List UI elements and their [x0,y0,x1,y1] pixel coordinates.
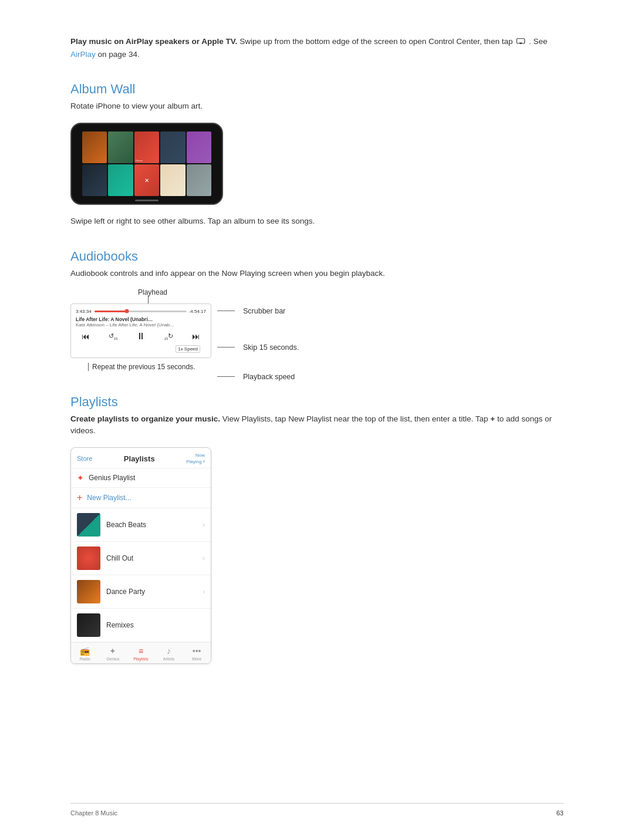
album-cell-7[interactable] [108,164,133,196]
playhead-label: Playhead [138,288,167,296]
album-cell-8[interactable] [134,164,159,196]
radio-icon: 📻 [80,646,90,656]
album-cell-10[interactable] [187,164,211,196]
playhead-indicator-line [148,295,149,303]
skip-fwd-button[interactable]: 15↻ [164,332,174,340]
audiobooks-subtext: Audiobook controls and info appear on th… [70,268,564,279]
dance-party-thumb [77,580,100,603]
fast-forward-button[interactable]: ⏭ [192,332,200,341]
scrubber-dash [217,311,235,311]
album-wall-heading: Album Wall [70,82,564,97]
album-wall-section: Album Wall Rotate iPhone to view your al… [70,82,564,225]
album-wall-phone [70,123,223,205]
audiobook-phone-mock: 3:43:34 -4:54:17 Life After Life: A Nove… [70,303,211,358]
album-wall-subtext: Rotate iPhone to view your album art. [70,100,564,112]
beach-beats-thumb [77,513,100,537]
genius-tab-label: Genius [106,657,119,661]
swipe-instruction: Swipe left or right to see other albums.… [70,217,564,225]
scrub-bar-fill [95,311,127,312]
speed-callout: Playback speed [217,373,299,381]
album-cell-5[interactable] [187,131,211,163]
time-end: -4:54:17 [189,309,206,314]
speed-dash [217,376,235,377]
more-tab-label: More [192,657,201,661]
airplay-icon [516,38,525,45]
playlists-bold: Create playlists to organize your music. [70,414,220,423]
tab-more[interactable]: ••• More [186,646,207,661]
artists-tab-label: Artists [163,657,174,661]
playlists-subtext: Create playlists to organize your music.… [70,413,564,437]
playlists-tab-icon: ≡ [139,646,143,656]
repeat-callout: Repeat the previous 15 seconds. [70,363,352,371]
intro-bold: Play music on AirPlay speakers or Apple … [70,37,237,46]
rewind-button[interactable]: ⏮ [82,332,90,341]
tab-bar: 📻 Radio ✦ Genius ≡ Playlists ♪ Artists •… [71,642,211,663]
audiobooks-heading: Audiobooks [70,249,564,264]
chill-out-chevron: › [203,554,205,562]
plus-icon: + [77,492,82,503]
footer-page-number: 63 [557,809,564,817]
album-cell-4[interactable] [160,131,185,163]
playlists-section: Playlists Create playlists to organize y… [70,394,564,664]
playlist-phone-mock: Store Playlists NowPlaying › ✦ Genius Pl… [70,447,211,664]
phone-home-bar [135,200,158,201]
skip-callout: Skip 15 seconds. [217,343,299,352]
playlists-heading: Playlists [70,394,564,410]
genius-tab-icon: ✦ [109,646,116,656]
scrubber-label: Scrubber bar [243,307,285,315]
skip-label: Skip 15 seconds. [243,343,299,352]
time-start: 3:43:34 [76,309,92,314]
scrub-head [124,309,129,313]
album-cell-3[interactable] [134,131,159,163]
callouts-wrapper: Scrubber bar Skip 15 seconds. Playback s… [217,307,299,399]
playlist-item-beach-beats[interactable]: Beach Beats › [71,508,211,542]
playlist-item-dance-party[interactable]: Dance Party › [71,575,211,609]
playlists-tab-label: Playlists [133,657,149,661]
now-playing-label: NowPlaying › [186,453,205,464]
scrubber-callout: Scrubber bar [217,307,299,315]
book-title: Life After Life: A Novel (Unabri… [76,316,206,322]
audiobooks-diagram: Playhead 3:43:34 -4:54:17 Life After Lif… [70,303,352,371]
playlist-item-chill-out[interactable]: Chill Out › [71,542,211,575]
speed-control[interactable]: 1x Speed [176,345,200,353]
chill-out-thumb [77,546,100,570]
page-footer: Chapter 8 Music 63 [70,803,564,817]
audiobooks-section: Audiobooks Audiobook controls and info a… [70,249,564,370]
pause-button[interactable]: ⏸ [136,331,146,342]
album-cell-1[interactable] [82,131,107,163]
dance-party-name: Dance Party [106,588,197,596]
skip-back-button[interactable]: ↺15 [109,332,118,340]
playlist-header: Store Playlists NowPlaying › [71,448,211,468]
artists-tab-icon: ♪ [167,646,171,656]
tab-playlists[interactable]: ≡ Playlists [130,646,151,661]
page-content: Play music on AirPlay speakers or Apple … [0,0,634,734]
airplay-link[interactable]: AirPlay [70,50,96,59]
book-author: Kate Atkinson – Life After Life: A Novel… [76,322,206,328]
album-cell-6[interactable] [82,164,107,196]
store-label[interactable]: Store [77,455,92,462]
intro-page-ref: on page 34. [96,50,140,59]
tab-genius[interactable]: ✦ Genius [102,646,123,661]
album-cell-2[interactable] [108,131,133,163]
tab-artists[interactable]: ♪ Artists [158,646,180,661]
scrub-row: 3:43:34 -4:54:17 [76,309,206,314]
tab-radio[interactable]: 📻 Radio [75,646,96,661]
intro-see: . See [529,37,548,46]
new-playlist-row[interactable]: + New Playlist... [71,488,211,508]
album-wall-image [70,123,564,205]
skip-dash [217,347,235,348]
controls-row: ⏮ ↺15 ⏸ 15↻ ⏭ [76,331,206,342]
playlist-item-remixes[interactable]: Remixes › [71,609,211,642]
remixes-thumb [77,613,100,637]
genius-label: Genius Playlist [89,474,135,482]
speed-row: 1x Speed [76,345,206,353]
beach-beats-name: Beach Beats [106,521,197,529]
remixes-name: Remixes [106,621,197,629]
beach-beats-chevron: › [203,521,205,529]
dance-party-chevron: › [203,588,205,596]
scrub-bar[interactable] [95,311,187,312]
more-tab-icon: ••• [193,646,201,656]
album-cell-9[interactable] [160,164,185,196]
genius-playlist-row[interactable]: ✦ Genius Playlist [71,468,211,488]
genius-icon: ✦ [77,473,84,483]
